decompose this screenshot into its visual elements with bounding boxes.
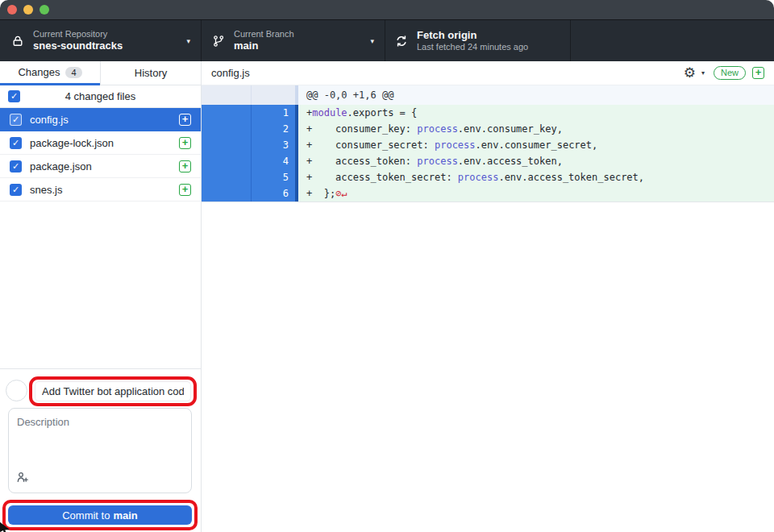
repository-name: snes-soundtracks xyxy=(33,39,123,52)
diff-line-gutter[interactable]: 1 xyxy=(202,105,298,121)
line-number: 1 xyxy=(252,105,295,121)
file-include-checkbox[interactable]: ✓ xyxy=(10,137,22,149)
changed-files-header: ✓ 4 changed files xyxy=(0,85,201,108)
diff-line-text: + };⊘↵ xyxy=(298,185,774,202)
lock-icon xyxy=(11,35,24,48)
changes-sidebar: Changes 4 History ✓ 4 changed files ✓con… xyxy=(0,61,202,532)
git-branch-icon xyxy=(212,35,225,48)
diff-header: config.js ⚙ ▾ New + xyxy=(202,61,774,85)
line-number: 4 xyxy=(252,153,295,169)
diff-line-gutter[interactable]: 4 xyxy=(202,153,298,169)
repository-label: Current Repository xyxy=(33,29,123,40)
titlebar xyxy=(0,0,774,20)
file-name: config.js xyxy=(30,114,171,126)
sync-icon xyxy=(395,35,408,48)
chevron-down-icon[interactable]: ▾ xyxy=(701,69,705,77)
zoom-window-button[interactable] xyxy=(40,5,49,15)
diff-end-border xyxy=(202,202,774,202)
branch-name: main xyxy=(234,39,294,52)
diff-pane: config.js ⚙ ▾ New + @@ -0,0 +1,6 @@ 1+mo… xyxy=(202,61,774,532)
commit-description-input[interactable] xyxy=(9,409,191,472)
select-all-checkbox[interactable]: ✓ xyxy=(8,90,20,102)
file-row[interactable]: ✓config.js+ xyxy=(0,108,201,131)
hunk-header-text: @@ -0,0 +1,6 @@ xyxy=(298,85,774,105)
toolbar-empty-area xyxy=(571,20,774,61)
tab-changes-label: Changes xyxy=(18,66,60,78)
diff-line: 1+module.exports = { xyxy=(202,105,774,121)
diff-line-gutter[interactable]: 5 xyxy=(202,169,298,185)
file-name: snes.js xyxy=(30,184,171,196)
hunk-gutter xyxy=(202,85,298,105)
line-number: 5 xyxy=(252,169,295,185)
new-badge[interactable]: New xyxy=(714,66,746,80)
gear-icon[interactable]: ⚙ xyxy=(684,66,696,80)
sidebar-tabs: Changes 4 History xyxy=(0,61,201,85)
diff-line: 5+ access_token_secret: process.env.acce… xyxy=(202,169,774,185)
changed-files-count: 4 changed files xyxy=(65,90,135,102)
branch-label: Current Branch xyxy=(234,29,294,40)
current-repository-dropdown[interactable]: Current Repository snes-soundtracks ▾ xyxy=(0,20,202,61)
diff-line: 6+ };⊘↵ xyxy=(202,185,774,202)
file-name: package.json xyxy=(30,160,171,172)
diff-line: 2+ consumer_key: process.env.consumer_ke… xyxy=(202,121,774,137)
commit-form: Commit to main xyxy=(0,368,201,532)
diff-line-gutter[interactable]: 2 xyxy=(202,121,298,137)
file-list: ✓config.js+✓package-lock.json+✓package.j… xyxy=(0,108,201,202)
diff-line-gutter[interactable]: 6 xyxy=(202,185,298,202)
diff-line-text: + access_token: process.env.access_token… xyxy=(298,153,774,169)
diff-filename: config.js xyxy=(211,67,684,79)
fetch-subtitle: Last fetched 24 minutes ago xyxy=(417,42,528,53)
file-name: package-lock.json xyxy=(30,137,171,149)
diff-line-text: + consumer_key: process.env.consumer_key… xyxy=(298,121,774,137)
commit-summary-input[interactable] xyxy=(35,381,191,401)
plus-square-icon[interactable]: + xyxy=(179,184,191,196)
diff-line-text: +module.exports = { xyxy=(298,105,774,121)
fetch-title: Fetch origin xyxy=(417,29,528,42)
tab-history[interactable]: History xyxy=(100,61,201,85)
chevron-down-icon: ▾ xyxy=(370,37,374,45)
toolbar: Current Repository snes-soundtracks ▾ Cu… xyxy=(0,20,774,61)
fetch-origin-button[interactable]: Fetch origin Last fetched 24 minutes ago xyxy=(385,20,571,61)
line-number: 3 xyxy=(252,137,295,153)
plus-square-icon[interactable]: + xyxy=(179,160,191,172)
file-include-checkbox[interactable]: ✓ xyxy=(10,160,22,172)
commit-description-box xyxy=(8,408,192,493)
file-row[interactable]: ✓package.json+ xyxy=(0,155,201,178)
diff-line: 4+ access_token: process.env.access_toke… xyxy=(202,153,774,169)
close-window-button[interactable] xyxy=(7,5,17,15)
diff-line-gutter[interactable]: 3 xyxy=(202,137,298,153)
file-list-empty-space xyxy=(0,202,201,368)
plus-square-icon[interactable]: + xyxy=(179,137,191,149)
line-number: 2 xyxy=(252,121,295,137)
file-row[interactable]: ✓package-lock.json+ xyxy=(0,131,201,155)
hunk-header-row: @@ -0,0 +1,6 @@ xyxy=(202,85,774,105)
line-number: 6 xyxy=(252,185,295,202)
file-row[interactable]: ✓snes.js+ xyxy=(0,178,201,202)
diff-line-text: + access_token_secret: process.env.acces… xyxy=(298,169,774,185)
diff-lines: 1+module.exports = {2+ consumer_key: pro… xyxy=(202,105,774,202)
commit-button-prefix: Commit to xyxy=(62,509,110,522)
current-branch-dropdown[interactable]: Current Branch main ▾ xyxy=(202,20,385,61)
avatar xyxy=(6,380,27,401)
diff-line-text: + consumer_secret: process.env.consumer_… xyxy=(298,137,774,153)
tab-changes[interactable]: Changes 4 xyxy=(0,61,100,85)
commit-button[interactable]: Commit to main xyxy=(8,505,192,525)
plus-square-icon[interactable]: + xyxy=(752,67,764,79)
file-include-checkbox[interactable]: ✓ xyxy=(10,114,22,126)
chevron-down-icon: ▾ xyxy=(186,37,190,45)
diff-line: 3+ consumer_secret: process.env.consumer… xyxy=(202,137,774,153)
minimize-window-button[interactable] xyxy=(23,5,33,15)
add-coauthor-icon[interactable] xyxy=(16,471,29,487)
changes-count-badge: 4 xyxy=(65,67,81,78)
github-desktop-window: Current Repository snes-soundtracks ▾ Cu… xyxy=(0,0,774,532)
tab-history-label: History xyxy=(135,67,167,79)
plus-square-icon[interactable]: + xyxy=(179,114,191,126)
diff-body: @@ -0,0 +1,6 @@ 1+module.exports = {2+ c… xyxy=(202,85,774,532)
file-include-checkbox[interactable]: ✓ xyxy=(10,184,22,196)
commit-button-branch: main xyxy=(113,509,137,522)
